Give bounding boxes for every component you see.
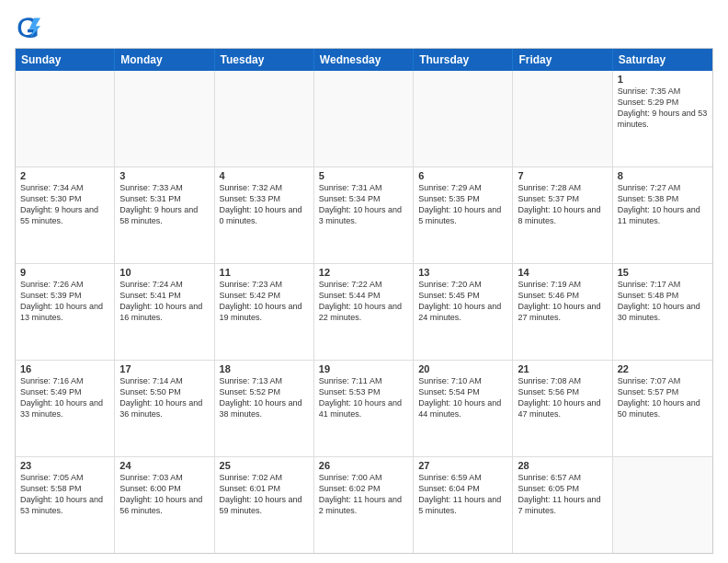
- day-number: 20: [418, 363, 507, 374]
- calendar-header-cell: Tuesday: [215, 49, 314, 71]
- day-info: Sunrise: 6:59 AM Sunset: 6:04 PM Dayligh…: [418, 472, 507, 517]
- day-number: 1: [618, 74, 708, 85]
- calendar-day-cell: 28Sunrise: 6:57 AM Sunset: 6:05 PM Dayli…: [513, 457, 612, 553]
- calendar-day-cell: 7Sunrise: 7:28 AM Sunset: 5:37 PM Daylig…: [513, 167, 612, 263]
- calendar-day-cell: 1Sunrise: 7:35 AM Sunset: 5:29 PM Daylig…: [613, 71, 712, 167]
- day-number: 25: [220, 460, 309, 471]
- day-number: 12: [319, 267, 408, 278]
- day-number: 23: [20, 460, 109, 471]
- day-info: Sunrise: 7:17 AM Sunset: 5:48 PM Dayligh…: [618, 279, 708, 324]
- day-info: Sunrise: 7:31 AM Sunset: 5:34 PM Dayligh…: [319, 182, 408, 227]
- calendar-body: 1Sunrise: 7:35 AM Sunset: 5:29 PM Daylig…: [16, 71, 712, 553]
- calendar-day-cell: 16Sunrise: 7:16 AM Sunset: 5:49 PM Dayli…: [16, 361, 115, 456]
- calendar-header-cell: Friday: [513, 49, 612, 71]
- day-number: 9: [20, 267, 109, 278]
- day-number: 26: [319, 460, 408, 471]
- day-number: 11: [220, 267, 309, 278]
- calendar-day-cell: 10Sunrise: 7:24 AM Sunset: 5:41 PM Dayli…: [115, 264, 214, 360]
- day-info: Sunrise: 7:32 AM Sunset: 5:33 PM Dayligh…: [220, 182, 309, 227]
- day-info: Sunrise: 7:16 AM Sunset: 5:49 PM Dayligh…: [20, 375, 109, 420]
- day-number: 18: [220, 363, 309, 374]
- calendar-day-cell: 23Sunrise: 7:05 AM Sunset: 5:58 PM Dayli…: [16, 457, 115, 553]
- calendar-day-cell: 15Sunrise: 7:17 AM Sunset: 5:48 PM Dayli…: [613, 264, 712, 360]
- calendar-day-cell: 21Sunrise: 7:08 AM Sunset: 5:56 PM Dayli…: [513, 361, 612, 456]
- calendar-empty-cell: [414, 71, 513, 167]
- calendar-day-cell: 3Sunrise: 7:33 AM Sunset: 5:31 PM Daylig…: [115, 167, 214, 263]
- day-number: 24: [119, 460, 209, 471]
- day-info: Sunrise: 7:14 AM Sunset: 5:50 PM Dayligh…: [119, 375, 209, 420]
- calendar-week-row: 1Sunrise: 7:35 AM Sunset: 5:29 PM Daylig…: [16, 71, 712, 167]
- calendar-day-cell: 18Sunrise: 7:13 AM Sunset: 5:52 PM Dayli…: [215, 361, 314, 456]
- page-header: [15, 15, 713, 40]
- calendar-week-row: 23Sunrise: 7:05 AM Sunset: 5:58 PM Dayli…: [16, 457, 712, 553]
- day-info: Sunrise: 7:27 AM Sunset: 5:38 PM Dayligh…: [618, 182, 708, 227]
- calendar-day-cell: 26Sunrise: 7:00 AM Sunset: 6:02 PM Dayli…: [314, 457, 414, 553]
- logo: [15, 15, 44, 40]
- calendar-day-cell: 9Sunrise: 7:26 AM Sunset: 5:39 PM Daylig…: [16, 264, 115, 360]
- day-number: 21: [518, 363, 607, 374]
- calendar-day-cell: 2Sunrise: 7:34 AM Sunset: 5:30 PM Daylig…: [16, 167, 115, 263]
- calendar-empty-cell: [513, 71, 612, 167]
- day-number: 2: [20, 170, 109, 181]
- day-info: Sunrise: 7:19 AM Sunset: 5:46 PM Dayligh…: [518, 279, 607, 324]
- day-info: Sunrise: 7:33 AM Sunset: 5:31 PM Dayligh…: [119, 182, 209, 227]
- day-number: 22: [618, 363, 708, 374]
- day-info: Sunrise: 7:20 AM Sunset: 5:45 PM Dayligh…: [418, 279, 507, 324]
- day-info: Sunrise: 7:05 AM Sunset: 5:58 PM Dayligh…: [20, 472, 109, 517]
- day-info: Sunrise: 6:57 AM Sunset: 6:05 PM Dayligh…: [518, 472, 607, 517]
- day-info: Sunrise: 7:08 AM Sunset: 5:56 PM Dayligh…: [518, 375, 607, 420]
- day-number: 13: [418, 267, 507, 278]
- day-info: Sunrise: 7:02 AM Sunset: 6:01 PM Dayligh…: [220, 472, 309, 517]
- day-number: 19: [319, 363, 408, 374]
- day-info: Sunrise: 7:29 AM Sunset: 5:35 PM Dayligh…: [418, 182, 507, 227]
- calendar-empty-cell: [16, 71, 115, 167]
- day-info: Sunrise: 7:22 AM Sunset: 5:44 PM Dayligh…: [319, 279, 408, 324]
- logo-icon: [15, 15, 40, 40]
- calendar-header-cell: Thursday: [414, 49, 513, 71]
- day-info: Sunrise: 7:10 AM Sunset: 5:54 PM Dayligh…: [418, 375, 507, 420]
- day-number: 7: [518, 170, 607, 181]
- calendar-header-row: SundayMondayTuesdayWednesdayThursdayFrid…: [16, 49, 712, 71]
- day-info: Sunrise: 7:23 AM Sunset: 5:42 PM Dayligh…: [220, 279, 309, 324]
- day-info: Sunrise: 7:35 AM Sunset: 5:29 PM Dayligh…: [618, 86, 708, 131]
- day-info: Sunrise: 7:07 AM Sunset: 5:57 PM Dayligh…: [618, 375, 708, 420]
- calendar-empty-cell: [314, 71, 414, 167]
- day-number: 27: [418, 460, 507, 471]
- day-number: 10: [119, 267, 209, 278]
- day-info: Sunrise: 7:34 AM Sunset: 5:30 PM Dayligh…: [20, 182, 109, 227]
- day-number: 5: [319, 170, 408, 181]
- calendar-day-cell: 20Sunrise: 7:10 AM Sunset: 5:54 PM Dayli…: [414, 361, 513, 456]
- day-info: Sunrise: 7:11 AM Sunset: 5:53 PM Dayligh…: [319, 375, 408, 420]
- calendar-day-cell: 19Sunrise: 7:11 AM Sunset: 5:53 PM Dayli…: [314, 361, 414, 456]
- day-info: Sunrise: 7:24 AM Sunset: 5:41 PM Dayligh…: [119, 279, 209, 324]
- calendar-header-cell: Saturday: [613, 49, 712, 71]
- calendar-day-cell: 22Sunrise: 7:07 AM Sunset: 5:57 PM Dayli…: [613, 361, 712, 456]
- calendar-day-cell: 24Sunrise: 7:03 AM Sunset: 6:00 PM Dayli…: [115, 457, 214, 553]
- day-info: Sunrise: 7:28 AM Sunset: 5:37 PM Dayligh…: [518, 182, 607, 227]
- day-info: Sunrise: 7:00 AM Sunset: 6:02 PM Dayligh…: [319, 472, 408, 517]
- calendar-day-cell: 4Sunrise: 7:32 AM Sunset: 5:33 PM Daylig…: [215, 167, 314, 263]
- calendar-day-cell: 14Sunrise: 7:19 AM Sunset: 5:46 PM Dayli…: [513, 264, 612, 360]
- day-number: 8: [618, 170, 708, 181]
- calendar-grid: SundayMondayTuesdayWednesdayThursdayFrid…: [15, 48, 713, 554]
- calendar-empty-cell: [613, 457, 712, 553]
- calendar-empty-cell: [215, 71, 314, 167]
- day-number: 16: [20, 363, 109, 374]
- calendar-day-cell: 11Sunrise: 7:23 AM Sunset: 5:42 PM Dayli…: [215, 264, 314, 360]
- calendar-week-row: 16Sunrise: 7:16 AM Sunset: 5:49 PM Dayli…: [16, 361, 712, 457]
- calendar-header-cell: Monday: [115, 49, 214, 71]
- calendar-day-cell: 8Sunrise: 7:27 AM Sunset: 5:38 PM Daylig…: [613, 167, 712, 263]
- calendar-day-cell: 13Sunrise: 7:20 AM Sunset: 5:45 PM Dayli…: [414, 264, 513, 360]
- day-number: 3: [119, 170, 209, 181]
- day-info: Sunrise: 7:26 AM Sunset: 5:39 PM Dayligh…: [20, 279, 109, 324]
- day-number: 15: [618, 267, 708, 278]
- day-number: 28: [518, 460, 607, 471]
- day-number: 6: [418, 170, 507, 181]
- calendar-day-cell: 12Sunrise: 7:22 AM Sunset: 5:44 PM Dayli…: [314, 264, 414, 360]
- day-number: 14: [518, 267, 607, 278]
- calendar-day-cell: 6Sunrise: 7:29 AM Sunset: 5:35 PM Daylig…: [414, 167, 513, 263]
- calendar-week-row: 9Sunrise: 7:26 AM Sunset: 5:39 PM Daylig…: [16, 264, 712, 361]
- calendar-page: SundayMondayTuesdayWednesdayThursdayFrid…: [0, 0, 728, 563]
- calendar-day-cell: 5Sunrise: 7:31 AM Sunset: 5:34 PM Daylig…: [314, 167, 414, 263]
- calendar-week-row: 2Sunrise: 7:34 AM Sunset: 5:30 PM Daylig…: [16, 167, 712, 264]
